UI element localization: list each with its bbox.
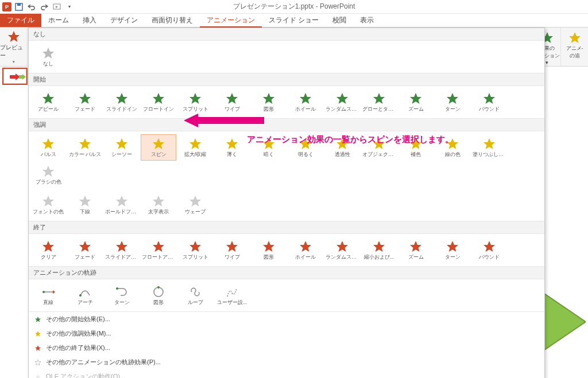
svg-marker-50 <box>263 241 274 252</box>
animation-emphasis-item[interactable]: 透過性 <box>324 134 360 161</box>
add-animation-star-icon <box>568 31 582 45</box>
animation-emphasis-item[interactable]: ウェーブ <box>177 192 213 218</box>
animation-emphasis-item[interactable]: 塗りつぶしの色 <box>471 134 507 161</box>
more-emphasis-effects[interactable]: その他の強調効果(M)... <box>29 326 544 341</box>
animation-exit-item[interactable]: ホイール <box>288 237 323 263</box>
save-icon[interactable] <box>14 2 24 12</box>
animation-motion-item[interactable]: 直線 <box>30 282 66 309</box>
animation-exit-item[interactable]: フロートアウト <box>141 237 176 263</box>
animation-emphasis-item[interactable]: 補色 <box>398 134 434 161</box>
svg-marker-65 <box>35 331 41 337</box>
tab-file[interactable]: ファイル <box>0 14 41 27</box>
undo-icon[interactable] <box>26 2 37 12</box>
animation-item-label: ウェーブ <box>185 208 206 216</box>
tab-view[interactable]: 表示 <box>353 14 381 27</box>
animation-motion-item[interactable]: 図形 <box>141 282 176 309</box>
tab-slideshow[interactable]: スライド ショー <box>262 14 326 27</box>
animation-exit-item[interactable]: フェード <box>67 237 103 263</box>
animation-item-label: ターン <box>445 254 461 261</box>
animation-motion-item[interactable]: ループ <box>177 282 213 309</box>
add-animation-button[interactable]: アニメ- の追 <box>560 28 588 66</box>
tab-transitions[interactable]: 画面切り替え <box>145 14 200 27</box>
animation-entrance-item[interactable]: ターン <box>435 89 470 115</box>
animation-item-label: 塗りつぶしの色 <box>473 151 506 158</box>
star-icon <box>335 240 349 254</box>
animation-exit-item[interactable]: クリア <box>30 237 66 263</box>
svg-marker-40 <box>79 196 91 206</box>
animation-motion-item[interactable]: アーチ <box>67 282 103 309</box>
animation-exit-item[interactable]: バウンド <box>471 237 507 263</box>
animation-item-label: カラー パルス <box>69 151 102 158</box>
tab-insert[interactable]: 挿入 <box>76 14 103 27</box>
animation-exit-item[interactable]: ターン <box>435 237 470 263</box>
animation-exit-item[interactable]: ランダムスト... <box>324 237 360 263</box>
animation-exit-item[interactable]: ズーム <box>398 237 434 263</box>
redo-icon[interactable] <box>39 2 49 12</box>
more-motion-path-effects[interactable]: その他のアニメーションの軌跡効果(P)... <box>29 355 544 369</box>
star-icon <box>34 330 41 337</box>
animation-exit-item[interactable]: スライドアウト <box>104 237 140 263</box>
animation-entrance-item[interactable]: ワイプ <box>214 89 250 115</box>
animation-entrance-item[interactable]: アピール <box>30 89 66 115</box>
animation-exit-item[interactable]: スプリット <box>177 237 213 263</box>
animation-item-label: 明るく <box>298 151 314 158</box>
animation-exit-item[interactable]: ワイプ <box>214 237 250 263</box>
animation-entrance-item[interactable]: スプリット <box>177 89 213 115</box>
animation-entrance-item[interactable]: ランダムスト... <box>324 89 360 115</box>
slide-thumbnail-1[interactable] <box>3 69 26 84</box>
animation-entrance-item[interactable]: フロートイン <box>141 89 176 115</box>
animation-emphasis-item[interactable]: スピン <box>141 134 176 161</box>
ole-action-verbs: OLE アクションの動作(O)... <box>29 369 544 378</box>
animation-entrance-item[interactable]: 図形 <box>251 89 287 115</box>
animation-motion-item[interactable]: ユーザー設... <box>214 282 250 309</box>
animation-exit-item[interactable]: 図形 <box>251 237 287 263</box>
animation-emphasis-item[interactable]: 薄く <box>214 134 250 161</box>
svg-marker-67 <box>35 360 41 365</box>
animation-entrance-item[interactable]: ズーム <box>398 89 434 115</box>
start-from-beginning-icon[interactable] <box>52 2 62 12</box>
animation-emphasis-item[interactable]: 線の色 <box>435 134 470 161</box>
animation-entrance-item[interactable]: ホイール <box>288 89 323 115</box>
tab-design[interactable]: デザイン <box>103 14 145 27</box>
svg-rect-1 <box>17 3 21 6</box>
ole-action-label: OLE アクションの動作(O)... <box>46 372 125 378</box>
customize-qat-dropdown-icon[interactable]: ▾ <box>64 2 75 12</box>
animation-exit-item[interactable]: 縮小および... <box>361 237 397 263</box>
svg-marker-16 <box>189 93 201 104</box>
animation-emphasis-item[interactable]: フォントの色 <box>30 192 66 218</box>
animation-motion-item[interactable]: ターン <box>104 282 140 309</box>
animation-emphasis-item[interactable]: シーソー <box>104 134 140 161</box>
more-exit-effects[interactable]: その他の終了効果(X)... <box>29 341 544 355</box>
preview-button[interactable]: プレビュー ▾ <box>0 30 27 64</box>
animation-item-label: ブラシの色 <box>36 178 61 186</box>
svg-marker-24 <box>483 93 495 104</box>
animation-emphasis-item[interactable]: ブラシの色 <box>30 162 66 188</box>
tab-home[interactable]: ホーム <box>41 14 76 27</box>
svg-marker-41 <box>116 196 127 206</box>
animation-emphasis-item[interactable]: 太字表示 <box>141 192 176 218</box>
svg-marker-33 <box>336 138 348 149</box>
animation-entrance-item[interactable]: フェード <box>67 89 103 115</box>
svg-marker-25 <box>42 138 54 149</box>
animation-emphasis-item[interactable]: パルス <box>30 134 66 161</box>
animation-entrance-item[interactable]: グローとターン <box>361 89 397 115</box>
star-icon <box>446 240 459 254</box>
animation-entrance-item[interactable]: バウンド <box>471 89 507 115</box>
star-icon <box>335 92 349 106</box>
animation-emphasis-item[interactable]: 明るく <box>288 134 323 161</box>
svg-marker-30 <box>226 138 238 149</box>
animation-item-label: ホイール <box>295 254 316 261</box>
animation-emphasis-item[interactable]: ボールドフラ... <box>104 192 140 218</box>
animation-emphasis-item[interactable]: 下線 <box>67 192 103 218</box>
animation-emphasis-item[interactable]: 暗く <box>251 134 287 161</box>
animation-emphasis-item[interactable]: 拡大/収縮 <box>177 134 213 161</box>
animation-emphasis-item[interactable]: カラー パルス <box>67 134 103 161</box>
animation-none[interactable]: なし <box>30 44 66 70</box>
animation-emphasis-item[interactable]: オブジェクト ... <box>361 134 397 161</box>
tab-animations[interactable]: アニメーション <box>200 14 262 28</box>
svg-point-60 <box>79 294 82 297</box>
animation-entrance-item[interactable]: スライドイン <box>104 89 140 115</box>
gallery-section-exit: 終了 <box>29 221 544 234</box>
more-entrance-effects[interactable]: その他の開始効果(E)... <box>29 312 544 326</box>
tab-review[interactable]: 校閲 <box>326 14 353 27</box>
